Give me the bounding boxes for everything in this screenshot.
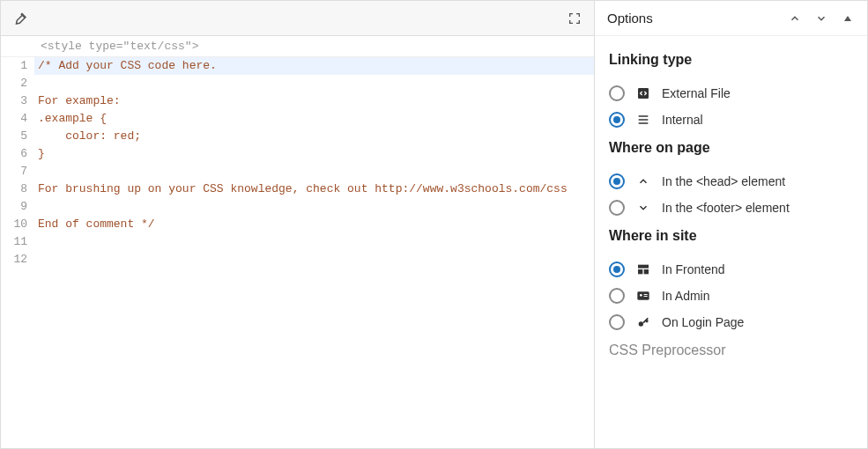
where-in-site-option[interactable]: In Frontend: [609, 256, 853, 283]
svg-rect-4: [637, 291, 649, 299]
option-label: In Frontend: [662, 262, 725, 276]
linking-type-option[interactable]: External File: [609, 80, 853, 107]
options-panel: Options Linking type External FileIntern…: [595, 0, 868, 449]
where-on-page-title: Where on page: [609, 140, 853, 156]
fullscreen-icon[interactable]: [564, 8, 585, 29]
chevron-down-icon[interactable]: [814, 11, 828, 26]
code-line[interactable]: .example {: [34, 110, 594, 128]
radio-button[interactable]: [609, 85, 625, 101]
svg-rect-3: [644, 269, 649, 274]
code-line[interactable]: [34, 75, 594, 92]
layout-icon: [635, 261, 651, 277]
code-lines[interactable]: /* Add your CSS code here.For example:.e…: [34, 57, 594, 448]
svg-rect-1: [638, 265, 649, 269]
style-tag-header: <style type="text/css">: [1, 36, 594, 57]
code-line[interactable]: End of comment */: [34, 216, 594, 233]
svg-point-5: [640, 294, 642, 297]
code-line[interactable]: [34, 198, 594, 216]
options-title: Options: [607, 11, 653, 26]
line-number: 8: [1, 180, 27, 198]
line-number: 7: [1, 163, 27, 180]
line-number: 1: [1, 57, 27, 75]
where-in-site-group: In FrontendIn AdminOn Login Page: [609, 256, 853, 335]
svg-point-8: [639, 321, 643, 326]
options-body: Linking type External FileInternal Where…: [595, 36, 867, 379]
code-line[interactable]: [34, 233, 594, 251]
editor-panel: <style type="text/css"> 123456789101112 …: [0, 0, 595, 449]
radio-button[interactable]: [609, 173, 625, 189]
svg-rect-6: [644, 294, 648, 295]
linking-type-title: Linking type: [609, 52, 853, 68]
line-number: 3: [1, 92, 27, 110]
code-line[interactable]: /* Add your CSS code here.: [34, 57, 594, 75]
code-line[interactable]: }: [34, 145, 594, 163]
where-in-site-option[interactable]: On Login Page: [609, 309, 853, 335]
linking-type-group: External FileInternal: [609, 80, 853, 133]
code-line[interactable]: [34, 163, 594, 180]
svg-rect-2: [638, 269, 642, 274]
radio-button[interactable]: [609, 261, 625, 277]
id-card-icon: [635, 288, 651, 304]
line-number: 9: [1, 198, 27, 216]
line-number: 6: [1, 145, 27, 163]
line-number: 12: [1, 251, 27, 269]
line-number: 4: [1, 110, 27, 128]
radio-button[interactable]: [609, 200, 625, 216]
line-number: 11: [1, 233, 27, 251]
radio-button[interactable]: [609, 314, 625, 330]
option-label: In the <head> element: [662, 174, 785, 188]
where-on-page-option[interactable]: In the <footer> element: [609, 195, 853, 221]
options-header: Options: [595, 1, 867, 36]
chevron-up-icon: [635, 173, 651, 189]
code-line[interactable]: [34, 251, 594, 269]
option-label: In the <footer> element: [662, 201, 790, 215]
css-preprocessor-title: CSS Preprocessor: [609, 342, 853, 358]
code-line[interactable]: color: red;: [34, 128, 594, 145]
code-editor[interactable]: 123456789101112 /* Add your CSS code her…: [1, 57, 594, 448]
svg-rect-7: [644, 296, 648, 297]
key-icon: [635, 314, 651, 330]
code-file-icon: [635, 85, 651, 101]
editor-toolbar: [1, 1, 594, 36]
option-label: On Login Page: [662, 315, 744, 329]
linking-type-option[interactable]: Internal: [609, 107, 853, 133]
paintbrush-icon[interactable]: [10, 8, 31, 29]
where-in-site-title: Where in site: [609, 228, 853, 244]
radio-button[interactable]: [609, 288, 625, 304]
where-on-page-group: In the <head> elementIn the <footer> ele…: [609, 168, 853, 221]
line-number: 10: [1, 216, 27, 233]
code-line[interactable]: For brushing up on your CSS knowledge, c…: [34, 180, 594, 198]
option-label: In Admin: [662, 289, 709, 303]
option-label: Internal: [662, 113, 703, 127]
line-number: 2: [1, 75, 27, 92]
triangle-up-icon[interactable]: [841, 11, 855, 26]
code-line[interactable]: For example:: [34, 92, 594, 110]
radio-button[interactable]: [609, 112, 625, 128]
where-on-page-option[interactable]: In the <head> element: [609, 168, 853, 195]
line-number-gutter: 123456789101112: [1, 57, 34, 448]
option-label: External File: [662, 86, 731, 100]
line-number: 5: [1, 128, 27, 145]
where-in-site-option[interactable]: In Admin: [609, 283, 853, 309]
chevron-up-icon[interactable]: [788, 11, 802, 26]
lines-icon: [635, 112, 651, 128]
chevron-down-icon: [635, 200, 651, 216]
